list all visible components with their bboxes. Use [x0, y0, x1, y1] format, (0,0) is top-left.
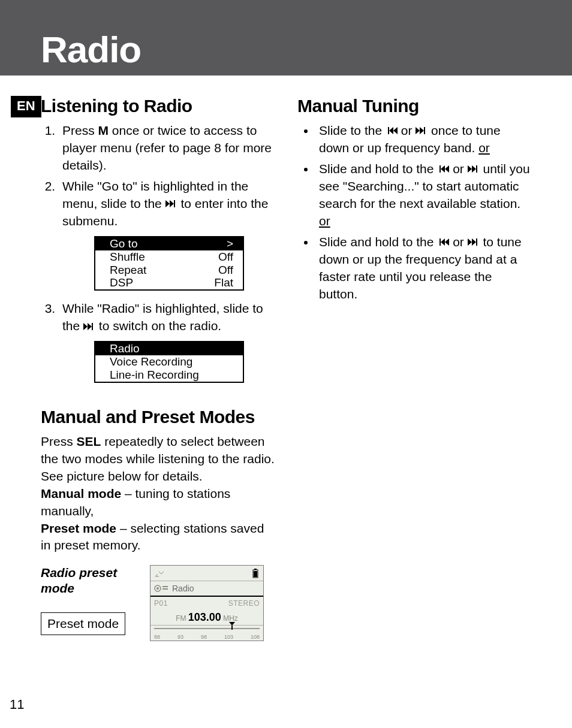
menu-key: Line-in Recording: [110, 368, 233, 382]
battery-icon: [251, 569, 260, 581]
text: Press: [62, 123, 98, 137]
lcd-screenshot: Radio P01 STEREO FM 103.00 MHz: [150, 565, 264, 641]
bullet-2: Slide and hold to the or until you see "…: [315, 161, 532, 230]
menu-val: >: [227, 237, 233, 250]
heading-manual-tuning: Manual Tuning: [297, 96, 532, 116]
listening-steps: Press M once or twice to access to playe…: [41, 122, 276, 383]
rewind-icon: [437, 238, 449, 246]
preset-left: Radio preset mode Preset mode: [41, 565, 143, 635]
text: Slide to the: [319, 123, 386, 137]
svg-rect-2: [254, 571, 257, 577]
menu-row: DSPFlat: [95, 276, 243, 289]
menu-val: Off: [218, 264, 233, 277]
lcd-scale-tick: 108: [251, 634, 260, 640]
right-column: Manual Tuning Slide to the or once to tu…: [297, 96, 532, 641]
page-title: Radio: [41, 28, 141, 71]
signal-icon: [154, 569, 168, 581]
lcd-mode-row: Radio: [150, 581, 263, 597]
svg-rect-5: [162, 586, 168, 587]
menu-row: RepeatOff: [95, 264, 243, 277]
rewind-icon: [437, 165, 449, 173]
radio-icon: [150, 583, 172, 594]
key-m: M: [98, 123, 109, 137]
svg-rect-6: [162, 588, 168, 590]
menu-key: Repeat: [110, 264, 218, 277]
forward-icon: [165, 200, 177, 207]
step-3: While "Radio" is highlighted, slide to t…: [59, 300, 276, 382]
rewind-icon: [386, 127, 398, 134]
menu-row: Voice Recording: [95, 355, 243, 368]
preset-label-box: Preset mode: [41, 612, 125, 635]
menu-row: ShuffleOff: [95, 250, 243, 264]
text-or: or: [319, 214, 330, 228]
forward-icon: [416, 127, 428, 134]
text: to switch on the radio.: [95, 319, 221, 333]
forward-icon: [468, 165, 480, 173]
content: Listening to Radio Press M once or twice…: [41, 96, 532, 641]
menu-key: Shuffle: [110, 250, 218, 264]
forward-icon: [83, 323, 95, 330]
menu-key: DSP: [110, 276, 214, 289]
text: Slide and hold to the: [319, 235, 437, 249]
lcd-preset-row: P01 STEREO: [154, 599, 260, 608]
menu-goto: Go to> ShuffleOff RepeatOff DSPFlat: [94, 236, 244, 291]
menu-radio: Radio Voice Recording Line-in Recording: [94, 341, 244, 383]
menu-key: Go to: [110, 237, 227, 250]
lcd-scale-bar: [154, 628, 260, 629]
svg-point-4: [156, 587, 159, 590]
menu-row: Radio: [95, 342, 243, 355]
menu-key: Voice Recording: [110, 355, 233, 368]
lcd-scale: 88 93 98 103 108: [150, 625, 263, 641]
forward-icon: [468, 238, 480, 246]
text-or: or: [478, 141, 490, 155]
text: Slide and hold to the: [319, 162, 437, 176]
lcd-stereo: STEREO: [228, 599, 260, 608]
lcd-statusbar: [150, 566, 263, 581]
lcd-frequency: FM 103.00 MHz: [154, 611, 260, 624]
lcd-scale-tick: 88: [154, 634, 160, 640]
lcd-scale-tick: 93: [177, 634, 183, 640]
text: or: [398, 123, 416, 137]
lcd-preset-num: P01: [154, 599, 168, 608]
lcd-scale-tick: 103: [224, 634, 233, 640]
menu-val: Flat: [214, 276, 233, 289]
lcd-mode-label: Radio: [172, 584, 194, 593]
step-1: Press M once or twice to access to playe…: [59, 122, 276, 174]
left-column: Listening to Radio Press M once or twice…: [41, 96, 276, 641]
preset-caption: Radio preset mode: [41, 565, 143, 595]
svg-rect-1: [254, 569, 257, 570]
preset-area: Radio preset mode Preset mode Radio: [41, 565, 276, 641]
key-sel: SEL: [77, 434, 101, 448]
lcd-freq-value: 103.00: [188, 611, 221, 623]
page-number: 11: [10, 697, 24, 712]
heading-listening: Listening to Radio: [41, 96, 276, 116]
lcd-scale-labels: 88 93 98 103 108: [154, 634, 260, 640]
step-2: While "Go to" is highlighted in the menu…: [59, 178, 276, 291]
menu-val: Off: [218, 250, 233, 264]
lcd-unit: MHz: [223, 614, 238, 623]
label-manual-mode: Manual mode: [41, 487, 121, 500]
menu-row: Go to>: [95, 237, 243, 250]
lcd-scale-tick: 98: [201, 634, 207, 640]
manual-tuning-bullets: Slide to the or once to tune down or up …: [297, 122, 532, 303]
lcd-fm: FM: [176, 614, 186, 623]
text: or: [449, 162, 467, 176]
bullet-3: Slide and hold to the or to tune down or…: [315, 234, 532, 303]
menu-key: Radio: [110, 342, 233, 355]
heading-modes: Manual and Preset Modes: [41, 407, 276, 427]
modes-paragraph: Press SEL repeatedly to select between t…: [41, 433, 276, 555]
text: Press: [41, 434, 77, 448]
lcd-mid: P01 STEREO FM 103.00 MHz: [150, 597, 263, 625]
lcd-tuner-marker: [231, 626, 233, 630]
language-badge: EN: [11, 96, 41, 117]
bullet-1: Slide to the or once to tune down or up …: [315, 122, 532, 157]
menu-row: Line-in Recording: [95, 368, 243, 382]
title-band: Radio: [0, 0, 572, 75]
label-preset-mode: Preset mode: [41, 521, 116, 535]
text: or: [449, 235, 467, 249]
